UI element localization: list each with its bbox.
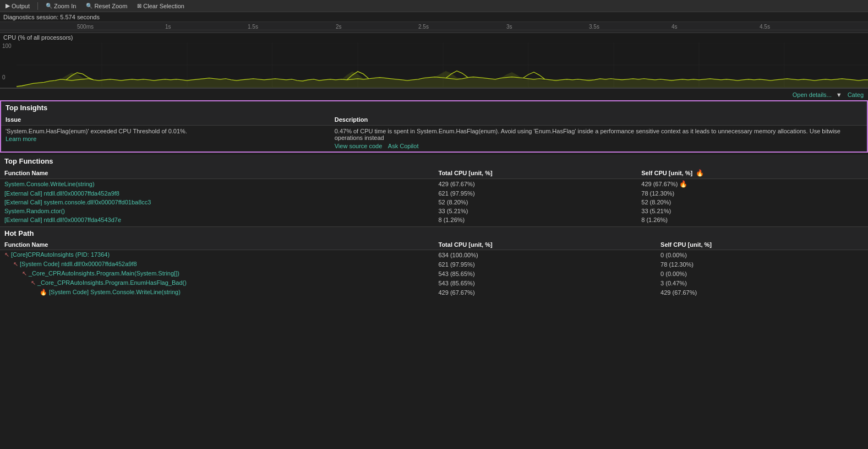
hotpath-total-cell: 429 (67.67%) (434, 288, 657, 297)
action-bar: Open details... ▼ Categ (0, 88, 868, 100)
func-name-link[interactable]: [External Call] ntdll.dll!0x00007ffda452… (4, 190, 119, 197)
func-total-cell: 8 (1.26%) (434, 215, 637, 224)
hotpath-total-cell: 543 (85.65%) (434, 278, 657, 288)
clear-selection-button[interactable]: ⊠ Clear Selection (135, 2, 187, 10)
hotpath-name-col-header: Function Name (0, 240, 434, 250)
self-cpu-fire-icon: 🔥 (696, 169, 704, 177)
zoom-in-label: Zoom In (54, 3, 76, 9)
func-self-cell: 78 (12.30%) (637, 189, 868, 198)
function-row: System.Random.ctor() 33 (5.21%) 33 (5.21… (0, 207, 868, 215)
func-name-cell: [External Call] system.console.dll!0x000… (0, 198, 434, 207)
toolbar: ▶ Output 🔍 Zoom In 🔍 Reset Zoom ⊠ Clear … (0, 0, 868, 12)
y-max-label: 100 (2, 43, 14, 49)
ruler-ticks: 500ms 1s 1.5s 2s 2.5s 3s 3.5s 4s 4.5s (0, 22, 868, 33)
hotpath-table: Function Name Total CPU [unit, %] Self C… (0, 240, 868, 297)
description-col-header: Description (330, 114, 867, 126)
hotpath-name-cell: 🔥[System Code] System.Console.WriteLine(… (0, 288, 434, 297)
top-insights-header: Top Insights (1, 101, 867, 114)
hotpath-self-cell: 0 (0.00%) (656, 269, 868, 278)
cpu-chart-area (17, 43, 868, 88)
category-label[interactable]: Categ (848, 91, 864, 98)
hotpath-name-cell: ↖[Core]CPRAutoInsights (PID: 17364) (0, 250, 434, 260)
hotpath-self-cell: 0 (0.00%) (656, 250, 868, 260)
session-bar: Diagnostics session: 5.574 seconds (0, 12, 868, 22)
zoom-in-icon: 🔍 (46, 3, 52, 9)
cpu-y-axis: 100 0 (0, 43, 17, 85)
hot-path-section: Hot Path Function Name Total CPU [unit, … (0, 227, 868, 297)
output-button[interactable]: ▶ Output (3, 2, 32, 10)
reset-zoom-button[interactable]: 🔍 Reset Zoom (84, 2, 129, 10)
separator-1 (37, 2, 38, 10)
func-total-cell: 621 (97.95%) (434, 189, 637, 198)
func-name-cell: System.Random.ctor() (0, 207, 434, 215)
func-total-col-header: Total CPU [unit, %] (434, 167, 637, 179)
func-total-cell: 33 (5.21%) (434, 207, 637, 215)
func-name-link[interactable]: System.Random.ctor() (4, 208, 65, 214)
view-source-link[interactable]: View source code (335, 143, 383, 149)
hotpath-self-cell: 429 (67.67%) (656, 288, 868, 297)
arrow-icon: ↖ (22, 270, 27, 277)
hotpath-total-cell: 621 (97.95%) (434, 259, 657, 269)
func-name-link[interactable]: [External Call] system.console.dll!0x000… (4, 199, 151, 205)
timeline-ruler: 500ms 1s 1.5s 2s 2.5s 3s 3.5s 4s 4.5s (0, 22, 868, 33)
func-total-cell: 52 (8.20%) (434, 198, 637, 207)
session-label: Diagnostics session: 5.574 seconds (3, 14, 100, 20)
func-name-cell: System.Console.WriteLine(string) (0, 179, 434, 190)
reset-zoom-label: Reset Zoom (94, 3, 127, 9)
insight-row: 'System.Enum.HasFlag(enum)' exceeded CPU… (1, 126, 867, 152)
func-self-cell: 429 (67.67%)🔥 (637, 179, 868, 190)
cpu-chart-title: CPU (% of all processors) (0, 33, 868, 42)
func-name-col-header: Function Name (0, 167, 434, 179)
top-functions-header: Top Functions (0, 155, 868, 167)
reset-zoom-icon: 🔍 (86, 3, 92, 9)
hotpath-func-link[interactable]: [Core]CPRAutoInsights (PID: 17364) (11, 251, 110, 258)
issue-col-header: Issue (1, 114, 330, 126)
output-label: Output (12, 3, 30, 9)
hotpath-self-cell: 78 (12.30%) (656, 259, 868, 269)
hotpath-row: ↖[System Code] ntdll.dll!0x00007ffda452a… (0, 259, 868, 269)
function-row: [External Call] ntdll.dll!0x00007ffda452… (0, 189, 868, 198)
hotpath-func-link[interactable]: [System Code] ntdll.dll!0x00007ffda452a9… (20, 261, 137, 267)
top-insights-section: Top Insights Issue Description 'System.E… (0, 100, 868, 153)
func-name-link[interactable]: [External Call] ntdll.dll!0x00007ffda454… (4, 217, 121, 223)
tick-1s: 1s (165, 24, 171, 30)
hotpath-name-cell: ↖[System Code] ntdll.dll!0x00007ffda452a… (0, 259, 434, 269)
tick-3-5s: 3.5s (589, 24, 599, 30)
arrow-icon: ↖ (4, 251, 9, 258)
arrow-icon: ↖ (13, 261, 18, 267)
insights-table: Issue Description 'System.Enum.HasFlag(e… (1, 114, 867, 152)
hotpath-func-link[interactable]: [System Code] System.Console.WriteLine(s… (49, 289, 181, 295)
insight-actions: View source code Ask Copilot (335, 143, 862, 149)
hotpath-row: ↖_Core_CPRAutoInsights.Program.EnumHasFl… (0, 278, 868, 288)
hotpath-func-link[interactable]: _Core_CPRAutoInsights.Program.Main(Syste… (29, 270, 179, 277)
function-row: [External Call] ntdll.dll!0x00007ffda454… (0, 215, 868, 224)
hotpath-self-cell: 3 (0.47%) (656, 278, 868, 288)
tick-4s: 4s (672, 24, 678, 30)
open-details-link[interactable]: Open details... (793, 91, 832, 98)
func-self-col-header: Self CPU [unit, %] 🔥 (637, 167, 868, 179)
func-self-cell: 52 (8.20%) (637, 198, 868, 207)
fire-icon: 🔥 (679, 180, 687, 188)
tick-4-5s: 4.5s (760, 24, 770, 30)
func-self-cell: 33 (5.21%) (637, 207, 868, 215)
top-functions-section: Top Functions Function Name Total CPU [u… (0, 155, 868, 224)
y-min-label: 0 (2, 74, 14, 80)
function-row: [External Call] system.console.dll!0x000… (0, 198, 868, 207)
functions-table: Function Name Total CPU [unit, %] Self C… (0, 167, 868, 224)
hotpath-row: 🔥[System Code] System.Console.WriteLine(… (0, 288, 868, 297)
hotpath-self-col-header: Self CPU [unit, %] (656, 240, 868, 250)
hotpath-func-link[interactable]: _Core_CPRAutoInsights.Program.EnumHasFla… (37, 279, 187, 286)
learn-more-link[interactable]: Learn more (6, 136, 326, 142)
filter-icon: ▼ (836, 91, 842, 98)
ask-copilot-link[interactable]: Ask Copilot (388, 143, 419, 149)
func-total-cell: 429 (67.67%) (434, 179, 637, 190)
hotpath-row: ↖_Core_CPRAutoInsights.Program.Main(Syst… (0, 269, 868, 278)
func-name-link[interactable]: System.Console.WriteLine(string) (4, 181, 95, 187)
func-name-cell: [External Call] ntdll.dll!0x00007ffda452… (0, 189, 434, 198)
zoom-in-button[interactable]: 🔍 Zoom In (43, 2, 78, 10)
hotpath-total-col-header: Total CPU [unit, %] (434, 240, 657, 250)
hotpath-total-cell: 543 (85.65%) (434, 269, 657, 278)
cpu-section: CPU (% of all processors) 100 0 (0, 33, 868, 88)
insight-issue-cell: 'System.Enum.HasFlag(enum)' exceeded CPU… (1, 126, 330, 152)
func-name-cell: [External Call] ntdll.dll!0x00007ffda454… (0, 215, 434, 224)
